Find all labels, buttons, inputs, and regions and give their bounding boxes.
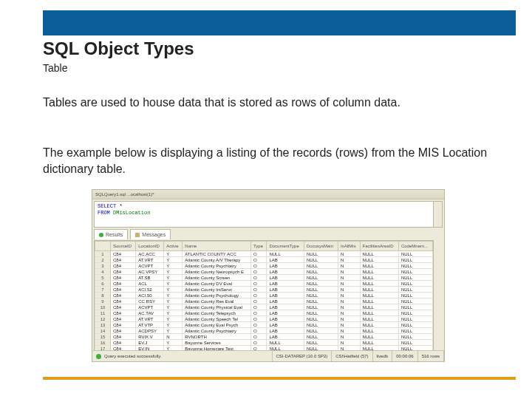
cell[interactable]: LAB	[267, 310, 304, 316]
cell[interactable]: Y	[164, 263, 183, 269]
column-header[interactable]: IsAllMis	[338, 242, 360, 251]
cell[interactable]: NULL	[360, 251, 398, 257]
cell[interactable]: LAB	[267, 304, 304, 310]
column-header[interactable]: LocationID	[136, 242, 164, 251]
table-row[interactable]: 3C84ACVPTYAtlantic County PsychiatryOLAB…	[95, 263, 433, 269]
cell[interactable]: ACDPSY	[136, 328, 164, 334]
cell[interactable]: N	[338, 257, 360, 263]
cell[interactable]: NULL	[360, 269, 398, 275]
cell[interactable]: Atlantic County Telepsych	[183, 310, 251, 316]
cell[interactable]: O	[251, 334, 267, 340]
cell[interactable]: O	[251, 299, 267, 304]
cell[interactable]: NULL	[304, 281, 338, 287]
cell[interactable]: C84	[111, 334, 136, 340]
cell[interactable]: O	[251, 281, 267, 287]
cell[interactable]: N	[338, 281, 360, 287]
cell[interactable]: NULL	[360, 263, 398, 269]
cell[interactable]: LAB	[267, 287, 304, 293]
cell[interactable]: LAB	[267, 299, 304, 304]
cell[interactable]: ACVPT	[136, 263, 164, 269]
cell[interactable]: RVIX.V	[136, 334, 164, 340]
cell[interactable]: NULL	[398, 310, 432, 316]
column-header[interactable]: Type	[251, 242, 267, 251]
cell[interactable]: Y	[164, 304, 183, 310]
cell[interactable]: Y	[164, 340, 183, 346]
cell[interactable]: Atlantic County Psychiatry	[183, 263, 251, 269]
table-row[interactable]: 9C84CC.RSYYAtlantic County Res EvalOLABN…	[95, 299, 433, 304]
cell[interactable]: NULL	[304, 304, 338, 310]
cell[interactable]: C84	[111, 281, 136, 287]
cell[interactable]: NULL	[398, 340, 432, 346]
cell[interactable]: LAB	[267, 269, 304, 275]
cell[interactable]: C84	[111, 251, 136, 257]
cell[interactable]: Y	[164, 275, 183, 281]
column-header[interactable]: Name	[183, 242, 251, 251]
cell[interactable]: AT.VTP	[136, 322, 164, 328]
cell[interactable]: NULL	[304, 316, 338, 322]
cell[interactable]: NULL	[304, 275, 338, 281]
cell[interactable]: O	[251, 322, 267, 328]
cell[interactable]: N	[338, 310, 360, 316]
cell[interactable]: Atlantic County Psychiatry	[183, 328, 251, 334]
cell[interactable]: Y	[164, 316, 183, 322]
cell[interactable]: C84	[111, 340, 136, 346]
cell[interactable]: NULL	[360, 299, 398, 304]
cell[interactable]: O	[251, 293, 267, 299]
cell[interactable]: NULL	[360, 310, 398, 316]
cell[interactable]: Y	[164, 328, 183, 334]
cell[interactable]: Y	[164, 322, 183, 328]
cell[interactable]: Y	[164, 251, 183, 257]
table-row[interactable]: 5C84AT.SBYAtlantic County ScreenOLABNULL…	[95, 275, 433, 281]
cell[interactable]: Atlantic County Neuropsych E	[183, 269, 251, 275]
cell[interactable]: C84	[111, 304, 136, 310]
cell[interactable]: NULL	[304, 257, 338, 263]
cell[interactable]: LAB	[267, 316, 304, 322]
cell[interactable]: C84	[111, 269, 136, 275]
cell[interactable]: N	[338, 334, 360, 340]
cell[interactable]: NULL	[398, 281, 432, 287]
cell[interactable]: Atlantic County Screen	[183, 275, 251, 281]
sql-editor[interactable]: SELECT * FROM DMisLocation	[94, 201, 434, 228]
cell[interactable]: Atlantic County A/V Therapy	[183, 257, 251, 263]
table-row[interactable]: 10C84ACVPTYAtlantic County Physical Eval…	[95, 304, 433, 310]
cell[interactable]: NULL	[304, 310, 338, 316]
cell[interactable]: O	[251, 304, 267, 310]
cell[interactable]: Atlantic County Res Eval	[183, 299, 251, 304]
cell[interactable]: ACI.50	[136, 293, 164, 299]
cell[interactable]: ACL	[136, 281, 164, 287]
cell[interactable]: Y	[164, 293, 183, 299]
cell[interactable]: NULL	[360, 316, 398, 322]
cell[interactable]: NULL	[398, 328, 432, 334]
cell[interactable]: NULL	[304, 263, 338, 269]
cell[interactable]: NULL	[360, 334, 398, 340]
cell[interactable]: NULL	[304, 287, 338, 293]
table-row[interactable]: 1C84AC.ACCYATLANTIC COUNTY ACCONULLNULLN…	[95, 251, 433, 257]
column-header[interactable]: DocusysMain	[304, 242, 338, 251]
cell[interactable]: N	[338, 322, 360, 328]
cell[interactable]: Y	[164, 269, 183, 275]
tab-messages[interactable]: Messages	[130, 229, 171, 239]
cell[interactable]: C84	[111, 310, 136, 316]
cell[interactable]: NULL	[398, 287, 432, 293]
cell[interactable]: N	[338, 251, 360, 257]
table-row[interactable]: 15C84RVIX.VNRVNORTHOLABNULLNNULLNULL	[95, 334, 433, 340]
cell[interactable]: NULL	[360, 287, 398, 293]
cell[interactable]: C84	[111, 322, 136, 328]
cell[interactable]: O	[251, 340, 267, 346]
cell[interactable]: C84	[111, 257, 136, 263]
cell[interactable]: ACI.52	[136, 287, 164, 293]
results-grid[interactable]: SourceIDLocationIDActiveNameTypeDocument…	[95, 241, 433, 354]
cell[interactable]: ACVPT	[136, 304, 164, 310]
cell[interactable]: N	[164, 334, 183, 340]
cell[interactable]: NULL	[398, 275, 432, 281]
cell[interactable]: Y	[164, 281, 183, 287]
table-row[interactable]: 13C84AT.VTPYAtlantic County Eval PsychOL…	[95, 322, 433, 328]
cell[interactable]: O	[251, 257, 267, 263]
cell[interactable]: LAB	[267, 275, 304, 281]
table-row[interactable]: 6C84ACLYAtlantic County DV EvalOLABNULLN…	[95, 281, 433, 287]
table-row[interactable]: 8C84ACI.50YAtlantic County PsychologyOLA…	[95, 293, 433, 299]
cell[interactable]: N	[338, 299, 360, 304]
cell[interactable]: N	[338, 316, 360, 322]
cell[interactable]: O	[251, 310, 267, 316]
grid-scrollbar[interactable]	[433, 240, 434, 354]
